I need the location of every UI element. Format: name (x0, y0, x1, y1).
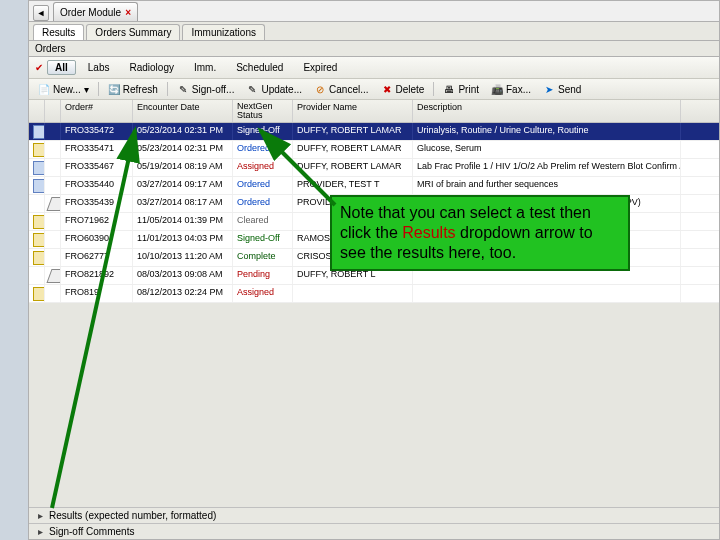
signoff-button[interactable]: ✎Sign-off... (174, 82, 238, 96)
cell-status: Cleared (233, 213, 293, 230)
cell-provider: DUFFY, ROBERT LAMAR (293, 159, 413, 176)
filter-labs[interactable]: Labs (80, 60, 118, 75)
filter-bar: ✔ All Labs Radiology Imm. Scheduled Expi… (29, 57, 719, 79)
back-button[interactable]: ◄ (33, 5, 49, 21)
print-label: Print (458, 84, 479, 95)
row-status-icon (49, 215, 61, 227)
send-button[interactable]: ➤Send (540, 82, 584, 96)
refresh-button[interactable]: 🔄Refresh (105, 82, 161, 96)
print-button[interactable]: 🖶Print (440, 82, 482, 96)
cell-status: Assigned (233, 159, 293, 176)
row-type-icon (33, 215, 45, 229)
cell-description (413, 285, 681, 302)
cell-order: FRO821892 (61, 267, 133, 284)
cell-description: MRI of brain and further sequences (413, 177, 681, 194)
cell-order: FRO62777 (61, 249, 133, 266)
row-type-icon (33, 143, 45, 157)
row-status-icon (46, 269, 61, 283)
table-row[interactable]: FRO33547105/23/2014 02:31 PMOrderedDUFFY… (29, 141, 719, 159)
row-status-icon (49, 179, 61, 191)
cell-description: Lab Frac Profile 1 / HIV 1/O/2 Ab Prelim… (413, 159, 681, 176)
tab-results[interactable]: Results (33, 24, 84, 40)
filter-radiology[interactable]: Radiology (121, 60, 181, 75)
table-row[interactable]: FRO81908/12/2013 02:24 PMAssigned (29, 285, 719, 303)
grid-header: Order# Encounter Date NextGenStatus Prov… (29, 100, 719, 123)
fax-label: Fax... (506, 84, 531, 95)
results-panel-header[interactable]: ▸ Results (expected number, formatted) (29, 507, 719, 523)
cell-encounter: 08/12/2013 02:24 PM (133, 285, 233, 302)
cancel-label: Cancel... (329, 84, 368, 95)
row-type-icon (33, 179, 45, 193)
col-icon1 (29, 100, 45, 122)
tab-orders-summary[interactable]: Orders Summary (86, 24, 180, 40)
cell-provider (293, 285, 413, 302)
row-type-icon (33, 197, 45, 209)
cell-description: Urinalysis, Routine / Urine Culture, Rou… (413, 123, 681, 140)
table-row[interactable]: FRO33544003/27/2014 09:17 AMOrderedPROVI… (29, 177, 719, 195)
table-row[interactable]: FRO33547205/23/2014 02:31 PMSigned-OffDU… (29, 123, 719, 141)
col-description[interactable]: Description (413, 100, 681, 122)
expand-icon[interactable]: ▸ (35, 510, 45, 521)
row-status-icon (49, 251, 61, 263)
signoff-panel-header[interactable]: ▸ Sign-off Comments (29, 523, 719, 539)
row-type-icon (33, 125, 45, 139)
chevron-down-icon[interactable]: ▾ (84, 84, 89, 95)
fax-button[interactable]: 📠Fax... (488, 82, 534, 96)
col-encounter[interactable]: Encounter Date (133, 100, 233, 122)
cell-order: FRO819 (61, 285, 133, 302)
update-button[interactable]: ✎Update... (243, 82, 305, 96)
table-row[interactable]: FRO33546705/19/2014 08:19 AMAssignedDUFF… (29, 159, 719, 177)
update-label: Update... (261, 84, 302, 95)
row-type-icon (33, 233, 45, 247)
results-panel-label: Results (expected number, formatted) (49, 510, 216, 521)
send-icon: ➤ (543, 83, 555, 95)
window-tab-order-module[interactable]: Order Module × (53, 2, 138, 21)
annotation-callout: Note that you can select a test then cli… (330, 195, 630, 271)
filter-scheduled[interactable]: Scheduled (228, 60, 291, 75)
cell-status: Pending (233, 267, 293, 284)
cell-encounter: 10/10/2013 11:20 AM (133, 249, 233, 266)
refresh-label: Refresh (123, 84, 158, 95)
cell-status: Complete (233, 249, 293, 266)
cell-provider: DUFFY, ROBERT LAMAR (293, 123, 413, 140)
cell-order: FRO335472 (61, 123, 133, 140)
cell-order: FRO335471 (61, 141, 133, 158)
delete-button[interactable]: ✖Delete (378, 82, 428, 96)
cell-description: Glucose, Serum (413, 141, 681, 158)
cell-order: FRO335439 (61, 195, 133, 212)
cell-provider: DUFFY, ROBERT LAMAR (293, 141, 413, 158)
cell-order: FRO335440 (61, 177, 133, 194)
filter-all[interactable]: All (47, 60, 76, 75)
callout-text-red: Results (402, 224, 455, 241)
cell-status: Ordered (233, 177, 293, 194)
cell-status: Ordered (233, 195, 293, 212)
cell-order: FRO60390 (61, 231, 133, 248)
fax-icon: 📠 (491, 83, 503, 95)
row-status-icon (46, 197, 61, 211)
cell-encounter: 03/27/2014 09:17 AM (133, 177, 233, 194)
window-tabbar: ◄ Order Module × (29, 1, 719, 22)
new-button[interactable]: 📄New...▾ (35, 82, 92, 96)
row-type-icon (33, 251, 45, 265)
cell-provider: PROVIDER, TEST T (293, 177, 413, 194)
tab-immunizations[interactable]: Immunizations (182, 24, 264, 40)
filter-expired[interactable]: Expired (295, 60, 345, 75)
cell-encounter: 11/01/2013 04:03 PM (133, 231, 233, 248)
cancel-icon: ⊘ (314, 83, 326, 95)
col-order[interactable]: Order# (61, 100, 133, 122)
cell-encounter: 08/03/2013 09:08 AM (133, 267, 233, 284)
cell-status: Signed-Off (233, 123, 293, 140)
close-icon[interactable]: × (125, 7, 131, 18)
delete-label: Delete (396, 84, 425, 95)
delete-icon: ✖ (381, 83, 393, 95)
row-type-icon (33, 161, 45, 175)
cancel-button[interactable]: ⊘Cancel... (311, 82, 371, 96)
col-status[interactable]: NextGenStatus (233, 100, 293, 122)
new-label: New... (53, 84, 81, 95)
filter-imm[interactable]: Imm. (186, 60, 224, 75)
row-type-icon (33, 269, 45, 281)
signoff-icon: ✎ (177, 83, 189, 95)
col-provider[interactable]: Provider Name (293, 100, 413, 122)
expand-icon[interactable]: ▸ (35, 526, 45, 537)
print-icon: 🖶 (443, 83, 455, 95)
